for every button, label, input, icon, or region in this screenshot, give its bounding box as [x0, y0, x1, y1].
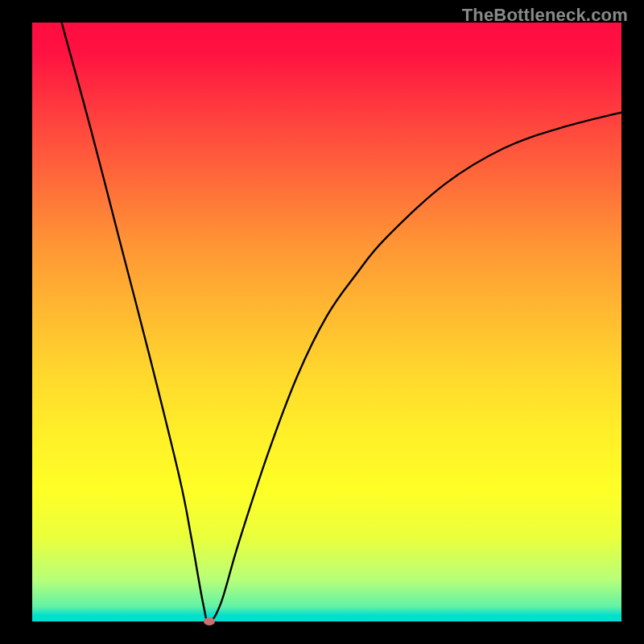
chart-curve	[0, 0, 644, 644]
minimum-marker	[204, 617, 215, 625]
